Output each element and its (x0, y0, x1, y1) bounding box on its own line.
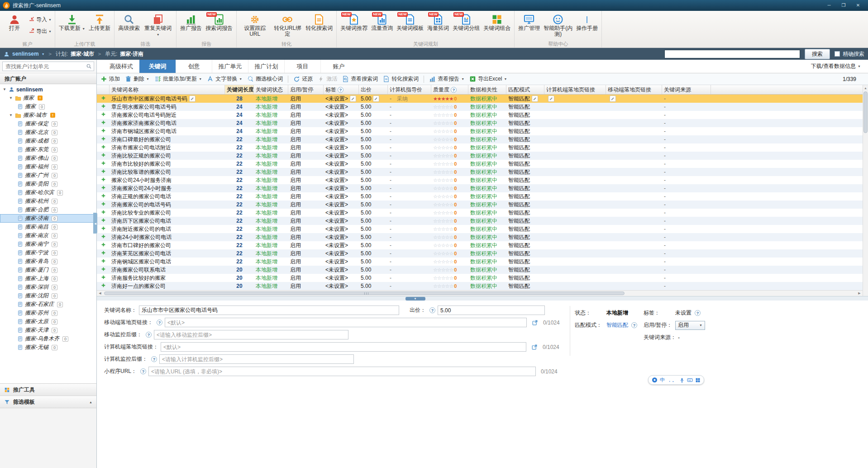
pc-suffix-input[interactable] (159, 354, 354, 364)
tab-创意[interactable]: 创意 (176, 60, 212, 73)
maximize-button[interactable]: ❐ (836, 0, 851, 11)
add-keyword-icon[interactable] (101, 226, 106, 232)
tab-关键词[interactable]: 关键词 (139, 60, 176, 73)
scroll-up-icon[interactable]: ▲ (863, 85, 868, 91)
panel-splitter[interactable]: ▼ (97, 296, 868, 301)
tree-unit-搬家-天津[interactable]: 搬家-天津0 (0, 326, 96, 334)
tree-unit-搬家-哈尔滨[interactable]: 搬家-哈尔滨0 (0, 188, 96, 197)
minimize-button[interactable]: ─ (822, 0, 836, 11)
ribbon-button-海量拓词[interactable]: NEW海量拓词 (426, 12, 450, 32)
column-header-pc_link[interactable]: 计算机端落地页链接 (544, 85, 606, 94)
add-keyword-icon[interactable] (101, 136, 106, 143)
add-keyword-icon[interactable] (101, 112, 106, 118)
toolbar-查看搜索词-button[interactable]: 查看搜索词 (342, 75, 378, 83)
column-header-length[interactable]: 关键词长度 (225, 85, 254, 94)
tree-unit-搬家-保定[interactable]: 搬家-保定0 (0, 119, 96, 128)
ribbon-button-转化搜索词[interactable]: 转化搜索词 (304, 12, 334, 32)
filter-template-section[interactable]: 筛选模板 ▲ (0, 396, 96, 408)
keyword-row[interactable]: 搬家公司24小时服务济南22本地新增启用<未设置>5.00-☆☆☆☆☆0数据积累… (97, 176, 868, 184)
match-info-icon[interactable]: ? (631, 322, 637, 328)
horizontal-scrollbar[interactable]: ◀ ▶ (97, 290, 863, 296)
tree-unit-搬家-沈阳[interactable]: 搬家-沈阳0 (0, 291, 96, 300)
tree-search-input[interactable] (2, 62, 94, 71)
tree-unit-搬家-太原[interactable]: 搬家-太原0 (0, 317, 96, 326)
tree-unit-搬家-合肥[interactable]: 搬家-合肥0 (0, 205, 96, 214)
add-keyword-icon[interactable] (101, 177, 106, 183)
tab-项目[interactable]: 项目 (284, 60, 320, 73)
keyword-row[interactable]: 济南市口碑好的搬家公司22本地新增启用<未设置>5.00-☆☆☆☆☆0数据积累中… (97, 241, 868, 249)
keyword-name-input[interactable] (139, 306, 399, 315)
info-icon[interactable]: ? (338, 87, 343, 93)
tree-unit-搬家-青岛[interactable]: 搬家-青岛0 (0, 257, 96, 266)
ribbon-button-推广报告[interactable]: 推广报告 (179, 12, 203, 32)
keyword-row[interactable]: 济南市比较好的搬家公司22本地新增启用<未设置>5.00-☆☆☆☆☆0数据积累中… (97, 160, 868, 168)
keyword-row[interactable]: 济南比较专业的搬家公司22本地新增启用<未设置>5.00-☆☆☆☆☆0数据积累中… (97, 209, 868, 217)
add-keyword-icon[interactable] (101, 283, 106, 289)
keyword-row[interactable]: 济南搬家济南搬家公司电话24本地新增启用<未设置>5.00-☆☆☆☆☆0数据积累… (97, 119, 868, 127)
add-keyword-icon[interactable] (101, 234, 106, 240)
column-header-relevance[interactable]: 数据相关性 (468, 85, 506, 94)
add-keyword-icon[interactable] (101, 96, 106, 102)
add-keyword-icon[interactable] (101, 128, 106, 134)
ribbon-button-关键词推荐[interactable]: NEW关键词推荐 (339, 12, 369, 32)
ribbon-button-搜索词报告[interactable]: NEW搜索词报告 (204, 12, 234, 32)
expand-icon[interactable]: ▼ (3, 87, 7, 91)
column-header-bid[interactable]: 出价 (359, 85, 388, 94)
tab-推广计划[interactable]: 推广计划 (248, 60, 284, 73)
mobile-suffix-input[interactable] (154, 330, 348, 339)
edit-icon[interactable] (350, 96, 356, 102)
tree-unit-搬家-贵阳[interactable]: 搬家-贵阳0 (0, 180, 96, 188)
tree-unit-搬家-宁波[interactable]: 搬家-宁波0 (0, 248, 96, 257)
ribbon-button-上传更新[interactable]: 上传更新 (87, 12, 112, 32)
ribbon-button-推广管理[interactable]: 推广管理 (517, 12, 541, 32)
tree-unit-搬家-上海[interactable]: 搬家-上海0 (0, 274, 96, 283)
tree-unit-搬家-厦门[interactable]: 搬家-厦门0 (0, 266, 96, 274)
keyword-row[interactable]: 济南正规的搬家公司电话22本地新增启用<未设置>5.00-☆☆☆☆☆0数据积累中… (97, 192, 868, 201)
tree-unit-搬家-乌鲁木齐[interactable]: 搬家-乌鲁木齐0 (0, 334, 96, 343)
keyword-row[interactable]: 济南服务比较好的搬家20本地新增启用<未设置>5.00-☆☆☆☆☆0数据积累中智… (97, 274, 868, 282)
tree-plan-搬家-城市[interactable]: ▼搬家-城市! (0, 111, 96, 119)
toolbar-转化搜索词-button[interactable]: 转化搜索词 (383, 75, 419, 83)
bid-input[interactable] (438, 306, 545, 315)
tree-unit-搬家-成都[interactable]: 搬家-成都0 (0, 137, 96, 145)
keyword-row[interactable]: 济南历下区搬家公司电话22本地新增启用<未设置>5.00-☆☆☆☆☆0数据积累中… (97, 217, 868, 225)
keyword-row[interactable]: 济南比较靠谱的搬家公司22本地新增启用<未设置>5.00-☆☆☆☆☆0数据积累中… (97, 168, 868, 176)
ime-logo-icon[interactable] (652, 377, 658, 383)
ribbon-button-高级搜索[interactable]: 高级搜索 (117, 12, 141, 32)
edit-icon[interactable] (189, 96, 196, 102)
toolbar-导出Excel-button[interactable]: 导出Excel▼ (469, 75, 507, 83)
column-header-quality[interactable]: 质量度? (431, 85, 468, 94)
keyword-row[interactable]: 济南附近搬家公司的电话22本地新增启用<未设置>5.00-☆☆☆☆☆0数据积累中… (97, 225, 868, 233)
ribbon-button-下载更新[interactable]: 下载更新 ▼ (57, 12, 86, 33)
ribbon-button-设置跟踪URL[interactable]: 设置跟踪URL (239, 12, 271, 38)
promotion-tools-section[interactable]: 推广工具 (0, 384, 96, 396)
toolbar-激活-button[interactable]: 激活 (318, 75, 337, 83)
tree-unit-搬家-杭州[interactable]: 搬家-杭州0 (0, 197, 96, 205)
keyword-row[interactable]: 济南市搬家公司电话附近22本地新增启用<未设置>5.00-☆☆☆☆☆0数据积累中… (97, 143, 868, 152)
tree-unit-搬家-南昌[interactable]: 搬家-南昌0 (0, 223, 96, 231)
collapse-section-icon[interactable]: ▲ (89, 401, 92, 404)
add-keyword-icon[interactable] (101, 210, 106, 216)
vertical-scrollbar[interactable]: ▲ (863, 85, 868, 296)
tab-推广单元[interactable]: 推广单元 (212, 60, 248, 73)
column-header-enable[interactable]: 启用/暂停 (288, 85, 324, 94)
open-link-icon[interactable] (532, 320, 538, 326)
keyword-row[interactable]: 济南比较正规的搬家公司22本地新增启用<未设置>5.00-☆☆☆☆☆0数据积累中… (97, 152, 868, 160)
info-icon[interactable]: ? (451, 87, 457, 93)
add-keyword-icon[interactable] (101, 258, 106, 265)
enable-pause-dropdown[interactable]: 启用 ▼ (675, 321, 705, 330)
toolbar-查看报告-button[interactable]: 查看报告▼ (429, 75, 464, 83)
match-mode-value[interactable]: 智能匹配 (606, 321, 628, 329)
ribbon-button-操作手册[interactable]: 操作手册 (575, 12, 599, 32)
toolbar-圈选核心词-button[interactable]: 圈选核心词 (247, 75, 283, 83)
keyword-row[interactable]: 章丘明水搬家公司电话号码24本地新增启用<未设置>5.00-☆☆☆☆☆0数据积累… (97, 103, 868, 111)
add-keyword-icon[interactable] (101, 250, 106, 257)
add-keyword-icon[interactable] (101, 218, 106, 224)
tree-unit-搬家-南宁[interactable]: 搬家-南宁0 (0, 240, 96, 248)
ribbon-button-重复关键词[interactable]: 重复关键词 ▼ (142, 12, 174, 38)
keyword-row[interactable]: 济南莱芜区搬家公司电话22本地新增启用<未设置>5.00-☆☆☆☆☆0数据积累中… (97, 249, 868, 258)
ribbon-button-打开[interactable]: 打开 (2, 12, 27, 32)
tree-unit-搬家-福州[interactable]: 搬家-福州0 (0, 162, 96, 171)
toolbar-添加-button[interactable]: 添加 (100, 75, 120, 83)
scroll-left-icon[interactable]: ◀ (97, 291, 103, 296)
